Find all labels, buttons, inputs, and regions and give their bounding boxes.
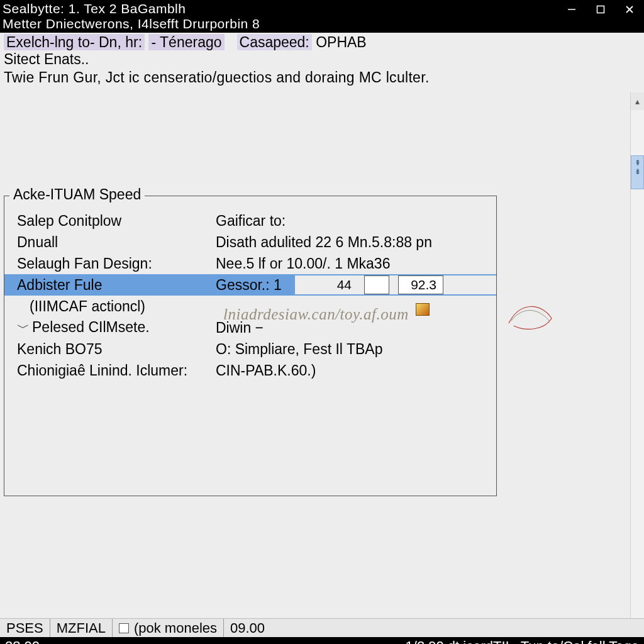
row-iimcaf: (IIIMCAF actioncl)	[4, 296, 496, 317]
body: ⋮ Acke-ITUAM Speed Salep Conitplow Gaifi…	[0, 92, 644, 644]
row-adbister-selected[interactable]: Adbister Fule Gessor.: 1 44 92.3	[4, 274, 496, 296]
status2-right[interactable]: Tup to/Cal foll Toge	[521, 638, 639, 644]
note-text: Twie Frun Gur, Jct ic censeratio/guectio…	[0, 68, 644, 92]
row-selaugh[interactable]: Selaugh Fan Design: Nee.5 lf or 10.00/. …	[4, 253, 496, 274]
chevron-down-icon[interactable]: ﹀	[17, 321, 30, 335]
status-seg-value: 09.00	[224, 619, 271, 637]
row-kenich[interactable]: Kenich BO75 O: Simpliare, Fest Il TBAp	[4, 338, 496, 360]
row-dnuall[interactable]: Dnuall Disath adulited 22 6 Mn.5.8:88 pn	[4, 231, 496, 253]
status2-mid: 1/2.90 dt.icerdTI!	[406, 638, 509, 644]
vertical-scrollbar[interactable]: ▴ ⇞ ⇟ ▾	[630, 92, 644, 644]
gessor-label: Gessor.: 1	[216, 277, 286, 294]
maximize-button[interactable]	[586, 0, 615, 19]
scroll-gadget[interactable]: ⇞ ⇟	[631, 155, 644, 189]
gessor-box-input[interactable]: 92.3	[398, 275, 443, 294]
status-seg-pokmoneles[interactable]: (pok moneles	[113, 619, 224, 637]
status-seg-pses[interactable]: PSES	[0, 619, 50, 637]
checkbox-icon[interactable]	[119, 623, 129, 633]
status2-left: 28.00	[5, 638, 40, 644]
statusbar-upper: PSES MZFIAL (pok moneles 09.00	[0, 618, 644, 637]
watermark-flourish-icon	[508, 304, 554, 332]
group-ituam-speed: Acke-ITUAM Speed Salep Conitplow Gaifica…	[4, 196, 497, 496]
title-line2: Metter Dniectwerons, I4lsefft Drurpоrbin…	[3, 16, 260, 31]
gessor-mid-input[interactable]	[364, 275, 389, 294]
gessor-mid-value: 44	[299, 277, 355, 292]
subline[interactable]: Sitect Enats..	[0, 51, 644, 68]
title-line1: Sealbytte: 1. Tex 2 BaGamblh	[3, 1, 260, 16]
titlebar: Sealbytte: 1. Tex 2 BaGamblh Metter Dnie…	[0, 0, 644, 33]
row-chionigia[interactable]: Chionigiaê Linind. Iclumer: CIN-PAB.K.60…	[4, 360, 496, 381]
statusbar-lower: 28.00 1/2.90 dt.icerdTI! Tup to/Cal foll…	[0, 637, 644, 644]
field-exelch-value[interactable]: - Ténerago	[148, 34, 224, 50]
scroll-track[interactable]: ⇞ ⇟	[631, 110, 644, 641]
status-seg-mzfial[interactable]: MZFIAL	[50, 619, 113, 637]
field-casapeed-value[interactable]: OPHAB	[316, 34, 367, 50]
row-pelesed[interactable]: ﹀Pelesed CIlMsete. Diwin −	[4, 317, 496, 338]
scroll-up-icon[interactable]: ▴	[631, 92, 644, 110]
field-exelch-label: Exelch-lng to- Dn, hr:	[4, 34, 145, 50]
row-salep[interactable]: Salep Conitplow Gaificar to:	[4, 210, 496, 231]
svg-rect-1	[597, 6, 604, 13]
close-button[interactable]	[615, 0, 644, 19]
group-legend: Acke-ITUAM Speed	[9, 186, 145, 203]
field-casapeed-label: Casapeed:	[237, 34, 312, 50]
toolbar: Exelch-lng to- Dn, hr: - Ténerago Casape…	[0, 33, 644, 51]
minimize-button[interactable]	[557, 0, 586, 19]
